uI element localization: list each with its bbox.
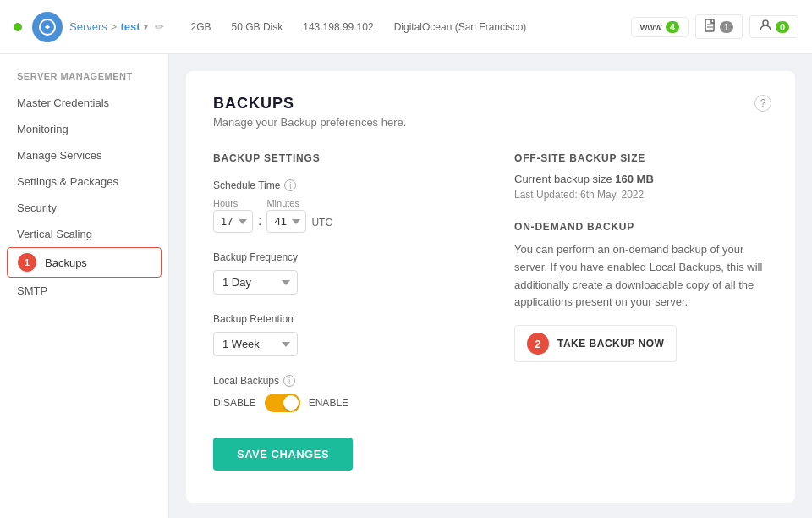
offsite-size: 160 MB <box>615 173 654 185</box>
frequency-select[interactable]: 1 Day 2 Days 7 Days <box>213 270 298 295</box>
sidebar-label: Security <box>17 201 57 214</box>
sidebar-item-master-credentials[interactable]: Master Credentials <box>0 90 168 116</box>
sidebar-label: Backups <box>45 256 87 269</box>
user-icon <box>759 19 772 34</box>
www-icon: www <box>640 21 662 33</box>
page-title: BACKUPS <box>213 95 768 113</box>
left-panel: BACKUP SETTINGS Schedule Time i Hours 17 <box>213 152 480 471</box>
sidebar-label: Monitoring <box>17 123 69 135</box>
time-colon: : <box>258 213 261 229</box>
page-subtitle: Manage your Backup preferences here. <box>213 116 768 129</box>
sidebar-item-settings[interactable]: Settings & Packages <box>0 168 168 195</box>
retention-select[interactable]: 1 Week 2 Weeks 4 Weeks <box>213 332 298 356</box>
www-count: 4 <box>666 21 679 33</box>
sidebar-item-smtp[interactable]: SMTP <box>0 278 168 304</box>
chevron-down-icon: ▾ <box>144 22 148 31</box>
minutes-select[interactable]: 41 <box>266 210 306 233</box>
server-provider: DigitalOcean (San Francisco) <box>394 21 527 33</box>
file-icon <box>705 19 716 35</box>
utc-label: UTC <box>311 217 332 229</box>
offsite-section: OFF-SITE BACKUP SIZE Current backup size… <box>514 152 768 201</box>
ondemand-description: You can perform an on-demand backup of y… <box>514 241 768 311</box>
server-meta: 2GB 50 GB Disk 143.198.99.102 DigitalOce… <box>191 21 527 33</box>
breadcrumb-sep: > <box>111 20 118 33</box>
retention-label: Backup Retention <box>213 313 480 325</box>
offsite-current-text: Current backup size 160 MB <box>514 173 768 185</box>
help-icon[interactable]: ? <box>754 95 771 112</box>
hours-label: Hours <box>213 198 253 208</box>
local-backups-info-icon[interactable]: i <box>283 375 295 387</box>
take-backup-button[interactable]: 2 TAKE BACKUP NOW <box>514 325 677 362</box>
content-card: ? BACKUPS Manage your Backup preferences… <box>186 71 795 503</box>
sidebar-label: SMTP <box>17 284 47 297</box>
svg-point-4 <box>763 20 768 25</box>
edit-icon[interactable]: ✏ <box>155 20 164 33</box>
hours-group: Hours 17 <box>213 198 253 233</box>
schedule-time-group: Schedule Time i Hours 17 : <box>213 179 480 233</box>
backups-step-badge: 1 <box>18 253 36 272</box>
sidebar-item-backups[interactable]: 1 Backups <box>7 247 162 278</box>
sidebar-item-vertical-scaling[interactable]: Vertical Scaling <box>0 221 168 247</box>
toggle-row: DISABLE ENABLE <box>213 394 480 412</box>
disable-label: DISABLE <box>213 397 256 409</box>
status-dot <box>14 23 22 31</box>
topbar-right: www 4 1 0 <box>631 14 798 39</box>
save-changes-button[interactable]: SAVE CHANGES <box>213 438 353 471</box>
offsite-title: OFF-SITE BACKUP SIZE <box>514 152 768 164</box>
local-backups-label: Local Backups i <box>213 375 480 387</box>
breadcrumb: Servers > test ▾ ✏ <box>69 20 164 33</box>
toggle-knob <box>283 395 299 411</box>
right-panel: OFF-SITE BACKUP SIZE Current backup size… <box>514 152 768 471</box>
server-ram: 2GB <box>191 21 211 33</box>
www-badge[interactable]: www 4 <box>631 17 689 37</box>
minutes-label: Minutes <box>266 198 306 208</box>
users-badge[interactable]: 0 <box>749 15 798 38</box>
sidebar-label: Settings & Packages <box>17 175 118 188</box>
content-inner: BACKUP SETTINGS Schedule Time i Hours 17 <box>213 152 768 471</box>
main-layout: Server Management Master Credentials Mon… <box>0 54 812 518</box>
files-count: 1 <box>720 21 733 33</box>
sidebar: Server Management Master Credentials Mon… <box>0 54 169 518</box>
sidebar-item-security[interactable]: Security <box>0 195 168 221</box>
sidebar-label: Master Credentials <box>17 96 109 109</box>
time-inputs: Hours 17 : Minutes 41 <box>213 198 480 233</box>
breadcrumb-test[interactable]: test <box>120 20 140 33</box>
minutes-group: Minutes 41 <box>266 198 306 233</box>
sidebar-label: Manage Services <box>17 149 102 162</box>
local-backups-group: Local Backups i DISABLE ENABLE <box>213 375 480 412</box>
topbar-left: Servers > test ▾ ✏ 2GB 50 GB Disk 143.19… <box>14 12 631 42</box>
local-backups-toggle[interactable] <box>265 394 300 412</box>
svg-rect-1 <box>705 19 714 31</box>
ondemand-step-badge: 2 <box>527 333 549 355</box>
users-count: 0 <box>776 21 789 33</box>
breadcrumb-servers[interactable]: Servers <box>69 20 107 33</box>
schedule-info-icon[interactable]: i <box>284 179 296 191</box>
content-area: ? BACKUPS Manage your Backup preferences… <box>169 54 812 518</box>
enable-label: ENABLE <box>309 397 348 409</box>
ondemand-section: ON-DEMAND BACKUP You can perform an on-d… <box>514 221 768 362</box>
sidebar-label: Vertical Scaling <box>17 228 92 240</box>
offsite-updated: Last Updated: 6th May, 2022 <box>514 189 768 201</box>
take-backup-label: TAKE BACKUP NOW <box>557 338 664 350</box>
hours-select[interactable]: 17 <box>213 210 253 233</box>
server-disk: 50 GB Disk <box>232 21 283 33</box>
schedule-time-label: Schedule Time i <box>213 179 480 191</box>
retention-group: Backup Retention 1 Week 2 Weeks 4 Weeks <box>213 313 480 356</box>
sidebar-item-manage-services[interactable]: Manage Services <box>0 142 168 168</box>
sidebar-item-monitoring[interactable]: Monitoring <box>0 116 168 142</box>
ondemand-title: ON-DEMAND BACKUP <box>514 221 768 233</box>
frequency-group: Backup Frequency 1 Day 2 Days 7 Days <box>213 251 480 295</box>
backup-settings-header: BACKUP SETTINGS <box>213 152 480 164</box>
server-ip: 143.198.99.102 <box>303 21 373 33</box>
sidebar-section-title: Server Management <box>0 71 168 90</box>
files-badge[interactable]: 1 <box>695 14 743 39</box>
logo <box>32 12 63 42</box>
frequency-label: Backup Frequency <box>213 251 480 263</box>
offsite-current-label: Current backup size <box>514 173 612 185</box>
topbar: Servers > test ▾ ✏ 2GB 50 GB Disk 143.19… <box>0 0 812 54</box>
